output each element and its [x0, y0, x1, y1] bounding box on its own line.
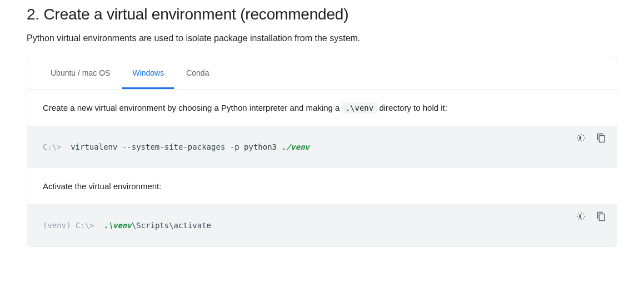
tab-ubuntu-macos[interactable]: Ubuntu / mac OS: [41, 57, 120, 89]
step1-text: Create a new virtual environment by choo…: [27, 90, 617, 126]
code-actions-1: [573, 130, 609, 146]
code2-prompt: (venv) C:\>: [43, 221, 94, 230]
tab-windows[interactable]: Windows: [122, 57, 174, 89]
intro-text: Python virtual environments are used to …: [27, 33, 617, 43]
code-actions-2: [573, 209, 609, 224]
code-block-2: (venv) C:\> .\venv\Scripts\activate: [27, 204, 617, 246]
step1-after: directory to hold it:: [377, 103, 447, 112]
code2-path: .\venv: [103, 221, 132, 230]
section-heading: 2. Create a virtual environment (recomme…: [27, 6, 617, 23]
copy-icon[interactable]: [593, 209, 609, 224]
step1-before: Create a new virtual environment by choo…: [43, 103, 342, 112]
code1-prompt: C:\>: [43, 142, 62, 151]
tab-panel-windows: Create a new virtual environment by choo…: [27, 90, 617, 246]
code2-cmd-after: \Scripts\activate: [132, 221, 211, 230]
tab-conda[interactable]: Conda: [176, 57, 219, 89]
step2-text: Activate the virtual environment:: [27, 168, 617, 204]
tabbed-card: Ubuntu / mac OS Windows Conda Create a n…: [27, 57, 617, 247]
theme-toggle-icon[interactable]: [573, 209, 589, 224]
copy-icon[interactable]: [593, 130, 609, 146]
step1-inline-code: .\venv: [342, 102, 377, 114]
code-block-1: C:\> virtualenv --system-site-packages -…: [27, 126, 617, 168]
code1-cmd: virtualenv --system-site-packages -p pyt…: [71, 142, 281, 151]
tabs-bar: Ubuntu / mac OS Windows Conda: [27, 57, 617, 90]
code1-path: ./venv: [281, 142, 309, 151]
theme-toggle-icon[interactable]: [573, 130, 589, 146]
